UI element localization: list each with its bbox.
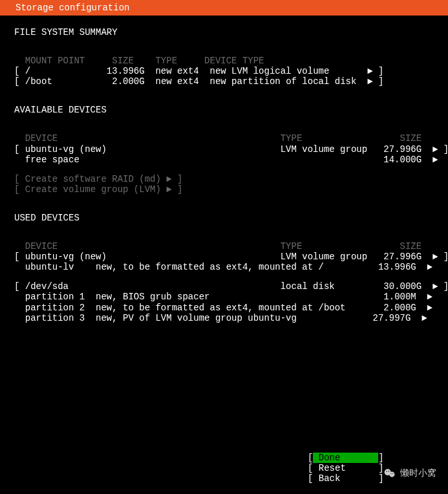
header-title: Storage configuration (16, 3, 129, 13)
avail-row-free-space[interactable]: free space 14.000G ► (14, 155, 434, 165)
used-row-dev-sda[interactable]: [ /dev/sda local disk 30.000G ► ] (14, 281, 434, 292)
used-row-ubuntu-vg[interactable]: [ ubuntu-vg (new) LVM volume group 27.99… (14, 252, 434, 262)
avail-columns: DEVICE TYPE SIZE (14, 133, 434, 144)
reset-button[interactable]: [ Reset ] (308, 463, 384, 473)
bottom-buttons: [ Done ] [ Reset ] [ Back ] (308, 453, 384, 484)
triangle-right-icon: ► (166, 174, 171, 184)
wechat-icon (383, 467, 396, 480)
used-devices-title: USED DEVICES (14, 213, 434, 223)
triangle-right-icon: ► (421, 313, 427, 323)
action-create-raid: [ Create software RAID (md) ► ] (14, 174, 434, 184)
watermark: 懒时小窝 (383, 467, 436, 480)
triangle-right-icon: ► (432, 281, 438, 292)
svg-point-2 (386, 471, 387, 472)
used-row-ubuntu-lv[interactable]: ubuntu-lv new, to be formatted as ext4, … (14, 262, 434, 272)
triangle-right-icon: ► (432, 144, 438, 155)
triangle-right-icon: ► (427, 262, 432, 272)
avail-devices-title: AVAILABLE DEVICES (14, 105, 434, 115)
back-button[interactable]: [ Back ] (308, 473, 384, 484)
content-area: FILE SYSTEM SUMMARY MOUNT POINT SIZE TYP… (0, 16, 448, 330)
triangle-right-icon: ► (367, 66, 372, 76)
triangle-right-icon: ► (367, 76, 372, 87)
used-row-partition2[interactable]: partition 2 new, to be formatted as ext4… (14, 303, 434, 313)
used-row-partition1[interactable]: partition 1 new, BIOS grub spacer 1.000M… (14, 292, 434, 302)
fs-summary-title: FILE SYSTEM SUMMARY (14, 27, 434, 38)
svg-point-4 (390, 473, 391, 474)
triangle-right-icon: ► (432, 155, 438, 165)
watermark-text: 懒时小窝 (400, 468, 436, 478)
fs-row-boot[interactable]: [ /boot 2.000G new ext4 new partition of… (14, 76, 434, 87)
done-button[interactable]: [ Done ] (308, 453, 384, 463)
fs-summary-columns: MOUNT POINT SIZE TYPE DEVICE TYPE (14, 56, 434, 66)
header-bar: Storage configuration (0, 0, 448, 16)
triangle-right-icon: ► (432, 252, 438, 262)
action-create-lvm: [ Create volume group (LVM) ► ] (14, 184, 434, 195)
svg-point-5 (392, 473, 393, 474)
triangle-right-icon: ► (427, 292, 432, 302)
svg-point-1 (389, 472, 394, 477)
triangle-right-icon: ► (166, 184, 171, 195)
fs-row-root[interactable]: [ / 13.996G new ext4 new LVM logical vol… (14, 66, 434, 76)
triangle-right-icon: ► (427, 303, 432, 313)
used-row-partition3[interactable]: partition 3 new, PV of LVM volume group … (14, 313, 434, 323)
avail-row-ubuntu-vg[interactable]: [ ubuntu-vg (new) LVM volume group 27.99… (14, 144, 434, 155)
svg-point-3 (389, 471, 390, 472)
used-columns: DEVICE TYPE SIZE (14, 241, 434, 252)
